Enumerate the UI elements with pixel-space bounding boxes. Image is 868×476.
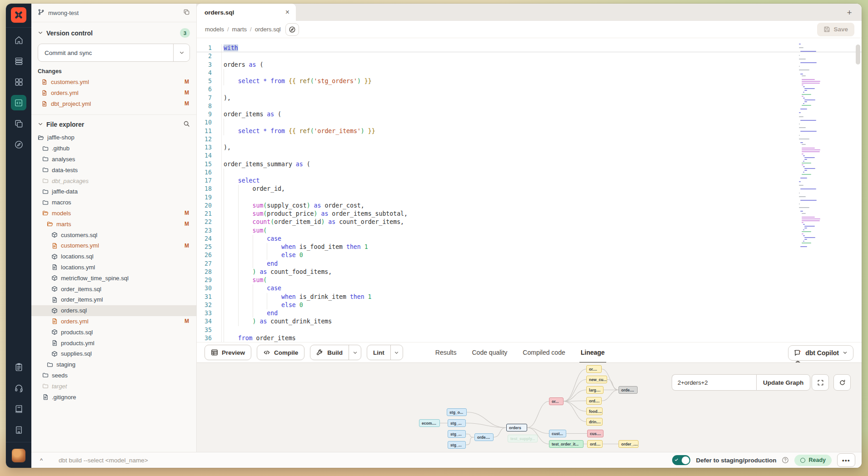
editor-minimap[interactable] [799, 44, 835, 250]
lineage-node-ord[interactable]: ord.... [587, 440, 603, 448]
close-tab-icon[interactable]: × [285, 9, 289, 16]
help-circle-icon[interactable] [782, 456, 789, 464]
changed-file-row[interactable]: customers.ymlM [31, 76, 196, 87]
lineage-node-stg[interactable]: stg_... [448, 419, 466, 427]
lineage-node-food[interactable]: food.... [586, 407, 603, 415]
breadcrumb-file[interactable]: orders.sql [255, 26, 281, 33]
tab-compiled-code[interactable]: Compiled code [515, 342, 573, 363]
preview-button[interactable]: Preview [205, 345, 251, 360]
defer-toggle[interactable] [672, 455, 690, 465]
tree-item-products-sql[interactable]: products.sql [31, 327, 196, 337]
lint-dropdown-toggle[interactable] [390, 345, 403, 360]
lineage-node-drin[interactable]: drin.... [586, 418, 603, 426]
tab-lineage[interactable]: Lineage [573, 342, 613, 363]
lineage-node-orde[interactable]: orde.... [474, 433, 494, 441]
tree-item-data-tests[interactable]: data-tests [31, 164, 196, 175]
rail-discover-compass-icon[interactable] [6, 134, 31, 155]
refresh-graph-button[interactable] [833, 374, 851, 391]
changed-file-row[interactable]: dbt_project.ymlM [31, 98, 196, 109]
lineage-node-orde[interactable]: orde.... [619, 386, 638, 394]
lineage-node-order[interactable]: order_.... [619, 440, 639, 448]
version-control-header[interactable]: Version control 3 [31, 22, 196, 40]
fullscreen-button[interactable] [812, 374, 829, 391]
lineage-search-input[interactable] [672, 374, 756, 391]
dbt-copilot-button[interactable]: dbt Copilot [788, 345, 853, 361]
breadcrumb-models[interactable]: models [205, 26, 224, 33]
rail-deploy-stack-icon[interactable] [6, 50, 31, 71]
lineage-node-ecom[interactable]: ecom.... [419, 419, 440, 427]
rail-clipboard-icon[interactable] [6, 357, 31, 377]
build-button[interactable]: Build [310, 345, 361, 360]
rail-home-icon[interactable] [6, 30, 31, 50]
lineage-node-stg[interactable]: stg_... [448, 441, 466, 449]
expand-command-bar-chevron[interactable]: ^ [31, 457, 51, 464]
rail-organization-building-icon[interactable] [6, 419, 31, 440]
lineage-node-or[interactable]: or... [549, 397, 564, 405]
new-tab-button[interactable]: + [844, 8, 854, 18]
tree-item-marts[interactable]: martsM [31, 218, 196, 229]
tree-item-products-yml[interactable]: products.yml [31, 337, 196, 348]
update-graph-button[interactable]: Update Graph [756, 374, 810, 391]
lineage-node-stg[interactable]: stg_... [448, 430, 466, 438]
lineage-node-ord[interactable]: ord.... [586, 397, 602, 405]
tree-item-customers-sql[interactable]: customers.sql [31, 229, 196, 240]
search-icon[interactable] [183, 120, 190, 129]
tree-item-customers-yml[interactable]: customers.ymlM [31, 240, 196, 251]
more-options-button[interactable]: ••• [837, 453, 855, 467]
tree-item-metricflow-time-spine-sql[interactable]: metricflow_time_spine.sql [31, 273, 196, 283]
tree-item-models[interactable]: modelsM [31, 208, 196, 219]
tree-item--github[interactable]: .github [31, 143, 196, 154]
tab-orders-sql[interactable]: orders.sql × [197, 4, 296, 21]
dbt-logo[interactable] [11, 7, 26, 23]
tab-code-quality[interactable]: Code quality [464, 342, 515, 363]
build-dropdown-toggle[interactable] [349, 345, 361, 360]
commit-and-sync-button[interactable]: Commit and sync [38, 44, 190, 62]
rail-orchestrate-windows-icon[interactable] [6, 113, 31, 134]
tab-results[interactable]: Results [428, 342, 464, 363]
rail-develop-code-icon[interactable] [6, 92, 31, 113]
tree-item-jaffle-data[interactable]: jaffle-data [31, 186, 196, 197]
tree-item-staging[interactable]: staging [31, 359, 196, 370]
copy-branch-icon[interactable] [183, 9, 190, 17]
tree-item-locations-sql[interactable]: locations.sql [31, 251, 196, 262]
lineage-node-testsupply[interactable]: test_supply... [508, 435, 538, 442]
lineage-node-testorderit[interactable]: test_order_it... [549, 440, 584, 448]
line-number: 25 [197, 243, 217, 251]
breadcrumb-marts[interactable]: marts [232, 26, 247, 33]
tree-item-order-items-sql[interactable]: order_items.sql [31, 283, 196, 294]
tree-item-locations-yml[interactable]: locations.yml [31, 262, 196, 273]
tree-item-orders-sql[interactable]: orders.sql [31, 305, 196, 316]
dbt-command-input[interactable]: dbt build --select <model_name> [59, 457, 148, 464]
changed-file-row[interactable]: orders.ymlM [31, 87, 196, 98]
lineage-node-newcu[interactable]: new_cu... [586, 376, 607, 383]
lint-button[interactable]: Lint [367, 345, 403, 360]
compile-button[interactable]: Compile [257, 345, 304, 360]
tree-item-orders-yml[interactable]: orders.ymlM [31, 316, 196, 327]
ide-status-badge[interactable]: Ready [794, 455, 832, 466]
lineage-node-orders[interactable]: orders [506, 424, 527, 431]
open-in-lineage-compass-button[interactable] [285, 23, 299, 36]
tree-item-target[interactable]: target [31, 381, 196, 392]
file-explorer-header[interactable]: File explorer [31, 115, 196, 132]
lineage-node-cus[interactable]: cus.... [587, 430, 604, 437]
save-button[interactable]: Save [817, 23, 854, 36]
commit-dropdown-toggle[interactable] [173, 44, 190, 61]
rail-support-headset-icon[interactable] [6, 377, 31, 398]
lineage-node-or[interactable]: or.... [586, 365, 602, 373]
rail-explore-grid-icon[interactable] [6, 71, 31, 92]
tree-item--gitignore[interactable]: .gitignore [31, 392, 196, 402]
rail-docs-book-icon[interactable] [6, 398, 31, 419]
tree-item-analyses[interactable]: analyses [31, 154, 196, 165]
editor-scrollbar[interactable] [856, 45, 860, 337]
tree-item-order-items-yml[interactable]: order_items.yml [31, 294, 196, 305]
lineage-node-larg[interactable]: larg.... [586, 386, 604, 394]
user-avatar[interactable] [12, 449, 25, 462]
lineage-node-stgo[interactable]: stg_o... [447, 408, 467, 416]
tree-item-macros[interactable]: macros [31, 197, 196, 208]
lineage-node-cust[interactable]: cust... [549, 430, 566, 437]
tree-item-supplies-sql[interactable]: supplies.sql [31, 348, 196, 359]
tree-item-dbt-packages[interactable]: dbt_packages [31, 175, 196, 186]
tree-item-seeds[interactable]: seeds [31, 370, 196, 381]
code-editor[interactable]: 1with23orders as (45 select * from {{ re… [197, 38, 862, 342]
tree-item-jaffle-shop[interactable]: jaffle-shop [31, 132, 196, 143]
